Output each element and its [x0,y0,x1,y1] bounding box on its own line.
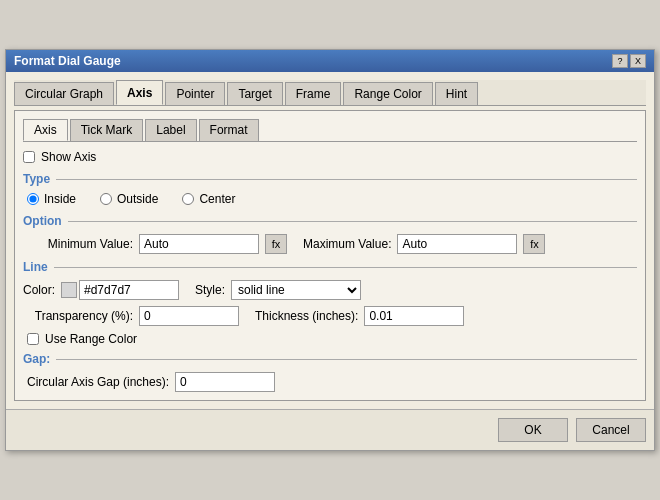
tab-inner-label[interactable]: Label [145,119,196,141]
close-button[interactable]: X [630,54,646,68]
transparency-col: Transparency (%): [23,306,239,326]
radio-inside-label: Inside [44,192,76,206]
help-button[interactable]: ? [612,54,628,68]
radio-center-label: Center [199,192,235,206]
radio-center-input[interactable] [182,193,194,205]
line-label: Line [23,260,48,274]
cancel-button[interactable]: Cancel [576,418,646,442]
gap-divider-line [56,359,637,360]
type-section-header: Type [23,172,637,186]
style-col: Style: solid line dashed line dotted lin… [195,280,361,300]
radio-outside-input[interactable] [100,193,112,205]
transparency-thickness-row: Transparency (%): Thickness (inches): [23,306,637,326]
max-value-input[interactable] [397,234,517,254]
color-style-row: Color: Style: solid line dashed line dot… [23,280,637,300]
title-bar: Format Dial Gauge ? X [6,50,654,72]
dialog-content: Circular Graph Axis Pointer Target Frame… [6,72,654,409]
option-label: Option [23,214,62,228]
color-label: Color: [23,283,55,297]
thickness-input[interactable] [364,306,464,326]
tab-hint[interactable]: Hint [435,82,478,105]
tab-circular-graph[interactable]: Circular Graph [14,82,114,105]
dialog-title: Format Dial Gauge [14,54,121,68]
min-max-row: Minimum Value: fx Maximum Value: fx [23,234,637,254]
max-fx-button[interactable]: fx [523,234,545,254]
inner-tab-bar: Axis Tick Mark Label Format [23,119,637,142]
color-swatch[interactable] [61,282,77,298]
radio-center: Center [182,192,235,206]
use-range-row: Use Range Color [23,332,637,346]
style-select[interactable]: solid line dashed line dotted line [231,280,361,300]
option-section-header: Option [23,214,637,228]
tab-inner-tick-mark[interactable]: Tick Mark [70,119,144,141]
show-axis-row: Show Axis [23,150,637,164]
outer-tab-bar: Circular Graph Axis Pointer Target Frame… [14,80,646,106]
radio-outside: Outside [100,192,158,206]
tab-axis[interactable]: Axis [116,80,163,105]
gap-label: Gap: [23,352,50,366]
style-label: Style: [195,283,225,297]
thickness-label: Thickness (inches): [255,309,358,323]
type-divider-line [56,179,637,180]
show-axis-label: Show Axis [41,150,96,164]
line-section-header: Line [23,260,637,274]
circular-gap-input[interactable] [175,372,275,392]
color-input-group [61,280,179,300]
color-col: Color: [23,280,179,300]
min-fx-button[interactable]: fx [265,234,287,254]
tab-range-color[interactable]: Range Color [343,82,432,105]
gap-row: Circular Axis Gap (inches): [23,372,637,392]
tab-inner-axis[interactable]: Axis [23,119,68,141]
inner-panel: Axis Tick Mark Label Format Show Axis Ty… [14,110,646,401]
color-hex-input[interactable] [79,280,179,300]
min-value-input[interactable] [139,234,259,254]
radio-inside: Inside [27,192,76,206]
line-divider-line [54,267,637,268]
max-label: Maximum Value: [303,237,391,251]
ok-button[interactable]: OK [498,418,568,442]
transparency-input[interactable] [139,306,239,326]
type-label: Type [23,172,50,186]
gap-section-header: Gap: [23,352,637,366]
title-buttons: ? X [612,54,646,68]
circular-gap-label: Circular Axis Gap (inches): [27,375,169,389]
show-axis-checkbox[interactable] [23,151,35,163]
min-label: Minimum Value: [23,237,133,251]
type-radio-group: Inside Outside Center [23,192,637,206]
tab-inner-format[interactable]: Format [199,119,259,141]
radio-inside-input[interactable] [27,193,39,205]
use-range-checkbox[interactable] [27,333,39,345]
dialog: Format Dial Gauge ? X Circular Graph Axi… [5,49,655,451]
transparency-label: Transparency (%): [23,309,133,323]
use-range-label: Use Range Color [45,332,137,346]
button-bar: OK Cancel [6,409,654,450]
tab-pointer[interactable]: Pointer [165,82,225,105]
option-divider-line [68,221,637,222]
thickness-col: Thickness (inches): [255,306,464,326]
radio-outside-label: Outside [117,192,158,206]
tab-target[interactable]: Target [227,82,282,105]
tab-frame[interactable]: Frame [285,82,342,105]
